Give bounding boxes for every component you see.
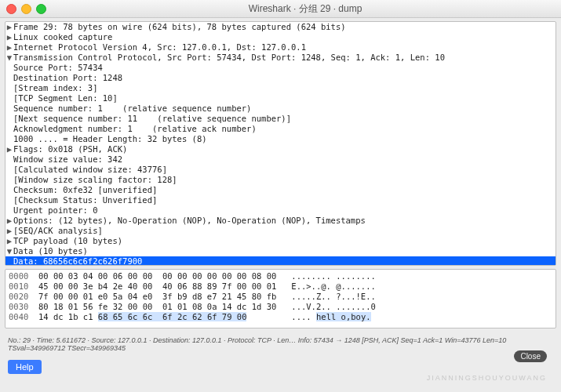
packet-bytes-pane: 0000 00 00 03 04 00 06 00 00 00 00 00 00…	[5, 269, 556, 328]
zoom-icon[interactable]	[36, 4, 46, 14]
tree-row-text: 1000 .... = Header Length: 32 bytes (8)	[13, 134, 207, 144]
expander-closed-icon[interactable]: ▶	[5, 236, 13, 246]
expander-placeholder	[5, 165, 13, 175]
hex-row[interactable]: 0010 45 00 00 3e b4 2e 40 00 40 06 88 89…	[9, 281, 552, 292]
expander-closed-icon[interactable]: ▶	[5, 216, 13, 226]
expander-closed-icon[interactable]: ▶	[5, 22, 13, 32]
tree-row[interactable]: ▶Internet Protocol Version 4, Src: 127.0…	[5, 42, 556, 53]
tree-row-text: Frame 29: 78 bytes on wire (624 bits), 7…	[13, 22, 346, 32]
tree-row[interactable]: 1000 .... = Header Length: 32 bytes (8)	[5, 134, 556, 144]
close-icon[interactable]	[6, 4, 16, 14]
expander-placeholder	[5, 175, 13, 185]
tree-row[interactable]: Window size value: 342	[5, 154, 556, 165]
tree-row-text: Source Port: 57434	[13, 63, 103, 73]
tree-row-text: Transmission Control Protocol, Src Port:…	[13, 53, 445, 63]
window-titlebar: Wireshark · 分组 29 · dump	[0, 0, 561, 18]
tree-row[interactable]: ▶Frame 29: 78 bytes on wire (624 bits), …	[5, 22, 556, 32]
window-controls	[6, 4, 46, 14]
expander-placeholder	[5, 124, 13, 134]
tree-row-text: Window size value: 342	[13, 154, 122, 165]
hex-row[interactable]: 0020 7f 00 00 01 e0 5a 04 e0 3f b9 d8 e7…	[9, 292, 552, 302]
expander-placeholder	[5, 73, 13, 83]
tree-row[interactable]: ▶Options: (12 bytes), No-Operation (NOP)…	[5, 216, 556, 226]
close-badge[interactable]: Close	[514, 350, 547, 362]
tree-row[interactable]: Acknowledgment number: 1 (relative ack n…	[5, 124, 556, 134]
hex-row[interactable]: 0000 00 00 03 04 00 06 00 00 00 00 00 00…	[9, 271, 552, 281]
expander-closed-icon[interactable]: ▶	[5, 32, 13, 42]
expander-open-icon[interactable]: ▼	[5, 53, 13, 63]
tree-row-text: Data: 68656c6c6f2c626f7900	[13, 256, 142, 265]
tree-row[interactable]: ▼Transmission Control Protocol, Src Port…	[5, 53, 556, 63]
tree-row-text: Urgent pointer: 0	[13, 205, 97, 216]
expander-closed-icon[interactable]: ▶	[5, 144, 13, 154]
tree-row-text: [Next sequence number: 11 (relative sequ…	[13, 114, 291, 124]
status-bar: No.: 29 · Time: 5.611672 · Source: 127.0…	[0, 332, 561, 357]
tree-row[interactable]: Source Port: 57434	[5, 63, 556, 73]
expander-placeholder	[5, 185, 13, 195]
tree-row[interactable]: Sequence number: 1 (relative sequence nu…	[5, 103, 556, 114]
tree-row-text: TCP payload (10 bytes)	[13, 236, 122, 246]
tree-row[interactable]: ▶[SEQ/ACK analysis]	[5, 226, 556, 236]
hex-row[interactable]: 0030 80 18 01 56 fe 32 00 00 01 01 08 0a…	[9, 302, 552, 312]
expander-placeholder	[5, 256, 13, 265]
tree-row[interactable]: Urgent pointer: 0	[5, 205, 556, 216]
tree-row-text: Data (10 bytes)	[13, 246, 88, 256]
tree-row-text: [SEQ/ACK analysis]	[13, 226, 103, 236]
expander-open-icon[interactable]: ▼	[5, 246, 13, 256]
tree-row[interactable]: [Next sequence number: 11 (relative sequ…	[5, 114, 556, 124]
tree-row[interactable]: ▶Linux cooked capture	[5, 32, 556, 42]
tree-row-text: Flags: 0x018 (PSH, ACK)	[13, 144, 127, 154]
expander-placeholder	[5, 103, 13, 114]
tree-row-text: [Checksum Status: Unverified]	[13, 195, 157, 205]
footer-watermark: JIANNINGSHOUYOUWANG	[427, 374, 547, 382]
tree-row[interactable]: [Checksum Status: Unverified]	[5, 195, 556, 205]
tree-row-text: [Window size scaling factor: 128]	[13, 175, 177, 185]
tree-row[interactable]: Destination Port: 1248	[5, 73, 556, 83]
expander-placeholder	[5, 83, 13, 93]
tree-row-text: [TCP Segment Len: 10]	[13, 93, 118, 103]
tree-row-text: Checksum: 0xfe32 [unverified]	[13, 185, 157, 195]
tree-row[interactable]: ▼Data (10 bytes)	[5, 246, 556, 256]
tree-row[interactable]: Checksum: 0xfe32 [unverified]	[5, 185, 556, 195]
tree-row-text: Options: (12 bytes), No-Operation (NOP),…	[13, 216, 366, 226]
tree-row-text: [Calculated window size: 43776]	[13, 165, 167, 175]
expander-placeholder	[5, 205, 13, 216]
tree-row[interactable]: ▶TCP payload (10 bytes)	[5, 236, 556, 246]
window-title: Wireshark · 分组 29 · dump	[56, 2, 555, 16]
protocol-tree[interactable]: ▶Frame 29: 78 bytes on wire (624 bits), …	[5, 22, 556, 265]
tree-row[interactable]: ▶Flags: 0x018 (PSH, ACK)	[5, 144, 556, 154]
expander-placeholder	[5, 134, 13, 144]
hex-dump[interactable]: 0000 00 00 03 04 00 06 00 00 00 00 00 00…	[5, 270, 556, 328]
expander-placeholder	[5, 195, 13, 205]
packet-details-pane: ▶Frame 29: 78 bytes on wire (624 bits), …	[5, 21, 556, 266]
tree-row-text: Internet Protocol Version 4, Src: 127.0.…	[13, 42, 306, 53]
tree-row[interactable]: Data: 68656c6c6f2c626f7900	[5, 256, 556, 265]
tree-row-text: Linux cooked capture	[13, 32, 112, 42]
tree-row[interactable]: [Calculated window size: 43776]	[5, 165, 556, 175]
expander-placeholder	[5, 63, 13, 73]
expander-placeholder	[5, 114, 13, 124]
help-button[interactable]: Help	[8, 360, 42, 374]
expander-placeholder	[5, 154, 13, 165]
expander-placeholder	[5, 93, 13, 103]
tree-row-text: Destination Port: 1248	[13, 73, 122, 83]
tree-row-text: Sequence number: 1 (relative sequence nu…	[13, 103, 251, 114]
tree-row[interactable]: [TCP Segment Len: 10]	[5, 93, 556, 103]
tree-row[interactable]: [Window size scaling factor: 128]	[5, 175, 556, 185]
hex-row[interactable]: 0040 14 dc 1b c1 68 65 6c 6c 6f 2c 62 6f…	[9, 312, 552, 322]
minimize-icon[interactable]	[21, 4, 31, 14]
expander-closed-icon[interactable]: ▶	[5, 226, 13, 236]
tree-row-text: Acknowledgment number: 1 (relative ack n…	[13, 124, 257, 134]
tree-row[interactable]: [Stream index: 3]	[5, 83, 556, 93]
expander-closed-icon[interactable]: ▶	[5, 42, 13, 53]
tree-row-text: [Stream index: 3]	[13, 83, 97, 93]
